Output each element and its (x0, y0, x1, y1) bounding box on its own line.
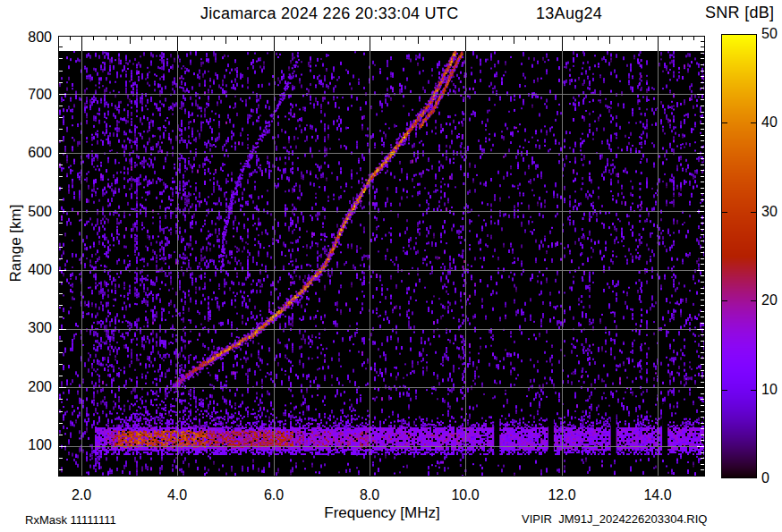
y-tick-label: 500 (14, 204, 52, 220)
x-tick-label: 8.0 (343, 487, 396, 503)
plot-title: Jicamarca 2024 226 20:33:04 UTC (200, 4, 458, 23)
colorbar-tick-label: 20 (761, 292, 782, 308)
x-tick-label: 10.0 (438, 487, 492, 503)
colorbar-title: SNR [dB] (705, 4, 774, 22)
y-tick-label: 800 (14, 30, 52, 46)
plot-date: 13Aug24 (536, 4, 602, 23)
ionogram-window: Jicamarca 2024 226 20:33:04 UTC 13Aug24 … (0, 0, 782, 532)
x-tick-label: 14.0 (631, 487, 684, 503)
y-tick-label: 200 (14, 379, 52, 395)
colorbar-tick-label: 0 (761, 470, 782, 486)
x-tick-label: 12.0 (535, 487, 589, 503)
colorbar-gradient (721, 34, 757, 478)
y-tick-label: 300 (14, 320, 52, 336)
colorbar-tick-label: 30 (761, 204, 782, 220)
y-tick-label: 700 (14, 87, 52, 103)
y-tick-label: 600 (14, 145, 52, 161)
x-tick-label: 6.0 (247, 487, 301, 503)
x-axis-label: Frequency [MHz] (293, 504, 472, 522)
rx-mask-text: RxMask 11111111 (25, 513, 116, 527)
file-name-text: VIPIR JM91J_2024226203304.RIQ (522, 512, 707, 526)
colorbar-tick-label: 40 (761, 114, 782, 131)
y-tick-label: 100 (14, 437, 52, 453)
x-tick-label: 4.0 (150, 487, 204, 503)
x-tick-label: 2.0 (55, 487, 108, 503)
colorbar-tick-label: 10 (761, 382, 782, 398)
ionogram-heatmap (58, 36, 705, 477)
y-tick-label: 400 (14, 262, 52, 278)
colorbar-tick-label: 50 (761, 26, 782, 42)
